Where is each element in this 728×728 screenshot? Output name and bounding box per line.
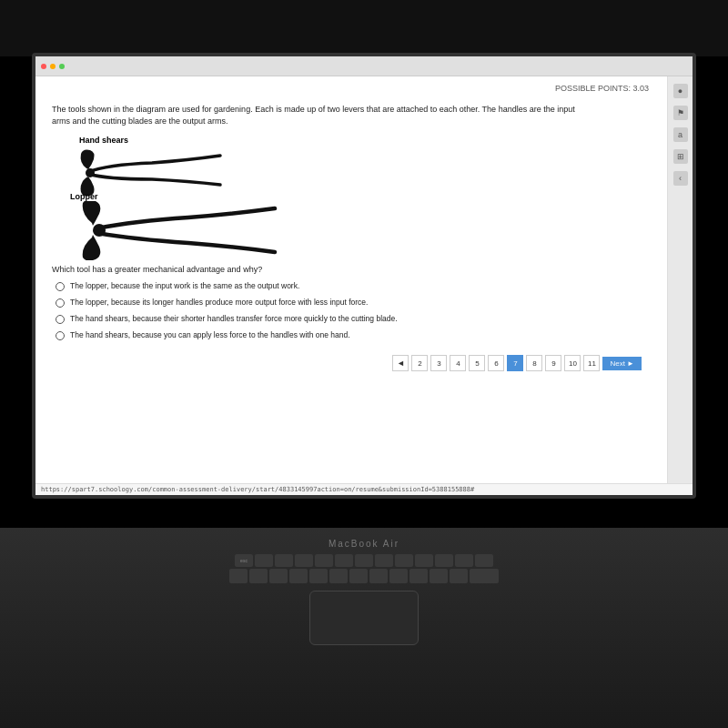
hand-shears-label: Hand shears [79,136,128,145]
hand-shears-svg [79,147,225,197]
svg-point-0 [86,168,95,177]
key-f11[interactable] [455,554,473,567]
option-4-text: The hand shears, because you can apply l… [70,330,350,340]
key-minus[interactable] [450,569,468,583]
page-10[interactable]: 10 [564,355,581,371]
key-f8[interactable] [395,554,413,567]
radio-2[interactable] [56,298,65,308]
option-3-text: The hand shears, because their shorter h… [70,314,398,324]
key-7[interactable] [369,569,388,583]
laptop-screen: POSSIBLE POINTS: 3.03 The tools shown in… [32,53,696,499]
sidebar-icon-grid[interactable]: ⊞ [673,149,688,164]
key-0[interactable] [430,569,448,583]
sidebar-icon-flag[interactable]: ⚑ [673,106,688,120]
radio-3[interactable] [56,315,65,324]
option-2[interactable]: The lopper, because its longer handles p… [56,298,651,308]
keyboard: esc [0,554,728,583]
sidebar-icon-collapse[interactable]: ‹ [673,171,688,186]
key-f7[interactable] [375,554,393,567]
diagram-area: Hand shears Lop [70,136,651,254]
trackpad[interactable] [309,591,419,645]
sidebar: ● ⚑ a ⊞ ‹ [667,76,693,483]
next-button[interactable]: Next ► [602,357,642,370]
key-f3[interactable] [295,554,313,567]
lopper-svg [79,201,279,260]
keyboard-row-2 [229,569,499,583]
screen-inner: POSSIBLE POINTS: 3.03 The tools shown in… [35,56,693,495]
option-1[interactable]: The lopper, because the input work is th… [56,281,651,291]
top-bezel [0,0,728,56]
key-6[interactable] [349,569,368,583]
answer-options: The lopper, because the input work is th… [56,281,651,340]
page-5[interactable]: 5 [469,355,485,371]
prev-page-button[interactable]: ◄ [392,355,409,371]
svg-point-1 [93,224,106,237]
page-9[interactable]: 9 [545,355,561,371]
key-8[interactable] [389,569,408,583]
page-8[interactable]: 8 [526,355,542,371]
key-f12[interactable] [475,554,493,567]
key-backtick[interactable] [229,569,248,583]
question-prompt: Which tool has a greater mechanical adva… [52,265,651,274]
key-f5[interactable] [335,554,353,567]
pagination: ◄ 2 3 4 5 6 7 8 9 10 11 Next ► [52,355,651,371]
page-3[interactable]: 3 [430,355,447,371]
key-esc[interactable]: esc [235,554,253,567]
macbook-label: MacBook Air [329,539,399,549]
key-f1[interactable] [255,554,273,567]
maximize-dot[interactable] [59,64,65,69]
url-bar: https://spart7.schoology.com/common-asse… [35,483,693,495]
key-1[interactable] [249,569,268,583]
key-3[interactable] [289,569,308,583]
option-2-text: The lopper, because its longer handles p… [70,298,368,308]
minimize-dot[interactable] [50,64,56,69]
key-f6[interactable] [355,554,373,567]
sidebar-icon-1[interactable]: ● [673,84,688,98]
sidebar-icon-a[interactable]: a [673,127,688,142]
key-f9[interactable] [415,554,433,567]
key-f4[interactable] [315,554,333,567]
page-4[interactable]: 4 [450,355,466,371]
key-f10[interactable] [435,554,453,567]
lopper-label: Lopper [70,192,98,201]
page-7[interactable]: 7 [507,355,523,371]
main-area: POSSIBLE POINTS: 3.03 The tools shown in… [35,76,667,483]
radio-4[interactable] [56,331,65,340]
page-6[interactable]: 6 [488,355,504,371]
browser-chrome [35,56,693,76]
page-11[interactable]: 11 [583,355,600,371]
keyboard-body: MacBook Air esc [0,528,728,728]
key-9[interactable] [410,569,428,583]
option-1-text: The lopper, because the input work is th… [70,281,299,291]
key-4[interactable] [309,569,328,583]
keyboard-row-1: esc [235,554,493,567]
close-dot[interactable] [41,64,46,69]
question-text: The tools shown in the diagram are used … [52,104,580,126]
key-f2[interactable] [275,554,293,567]
option-4[interactable]: The hand shears, because you can apply l… [56,330,651,340]
page-2[interactable]: 2 [411,355,428,371]
possible-points: POSSIBLE POINTS: 3.03 [555,84,649,93]
content-body: POSSIBLE POINTS: 3.03 The tools shown in… [35,76,693,483]
option-3[interactable]: The hand shears, because their shorter h… [56,314,651,324]
key-2[interactable] [269,569,288,583]
key-5[interactable] [329,569,348,583]
key-backspace[interactable] [470,569,499,583]
macbook-label-area: MacBook Air [0,528,728,549]
radio-1[interactable] [56,282,65,291]
